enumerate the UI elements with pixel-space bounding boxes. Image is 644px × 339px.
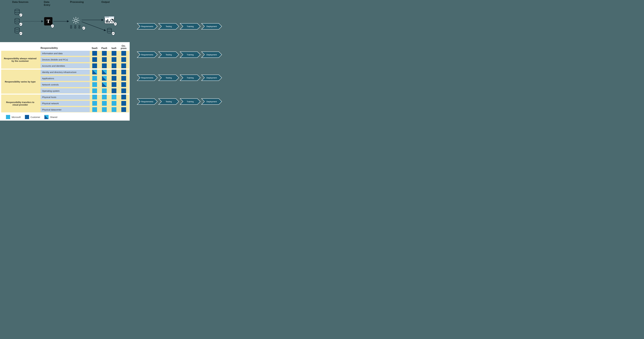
matrix-row-label: Accounts and identities [40, 63, 90, 68]
chevron-step-requirements: Requirements [137, 23, 158, 30]
matrix-cell [100, 63, 109, 68]
matrix-cell [90, 107, 100, 112]
chevron-step-deployment: Deployment [201, 51, 222, 58]
chevron-label: Requirements [137, 23, 158, 30]
matrix-cell-microsoft [92, 88, 97, 93]
chevron-step-training: Training [180, 74, 200, 81]
chevron-label: Testing [158, 51, 179, 58]
matrix-cell [100, 88, 109, 93]
chevron-label: Deployment [201, 74, 222, 81]
matrix-cell-customer [121, 70, 126, 74]
matrix-cell [100, 107, 109, 112]
matrix-legend: Microsoft Customer Shared [6, 115, 57, 119]
matrix-row-label: Information and data [40, 51, 90, 56]
legend-item-microsoft: Microsoft [6, 115, 21, 119]
matrix-cell [119, 94, 128, 100]
matrix-cell-customer [112, 51, 116, 56]
matrix-row: Information and data [40, 50, 128, 56]
col-header-responsibility: Responsibility [40, 47, 90, 49]
chevron-row: Requirements Testing Training Deployment [137, 98, 222, 105]
chevron-step-deployment: Deployment [201, 74, 222, 81]
matrix-cell [109, 76, 119, 81]
matrix-cell [90, 101, 100, 106]
col-header-onprem: On- prem [119, 45, 128, 49]
matrix-cell-microsoft [92, 95, 97, 99]
matrix-cell [100, 94, 109, 100]
col-header-saas: SaaS [90, 47, 100, 49]
chevron-step-testing: Testing [158, 23, 179, 30]
matrix-cell [90, 69, 100, 75]
matrix-cell [90, 63, 100, 68]
matrix-cell-microsoft [92, 107, 97, 112]
matrix-cell [100, 76, 109, 81]
chevron-step-requirements: Requirements [137, 74, 158, 81]
legend-swatch-customer [25, 115, 29, 119]
chevron-label: Testing [158, 23, 179, 30]
chevron-step-deployment: Deployment [201, 23, 222, 30]
flow-arrows [0, 0, 130, 40]
matrix-cell-shared [102, 82, 107, 87]
chevron-step-training: Training [180, 51, 200, 58]
chevron-step-training: Training [180, 23, 200, 30]
matrix-cell [100, 101, 109, 106]
matrix-cell-customer [121, 63, 126, 68]
matrix-row-label: Physical datacenter [40, 107, 90, 112]
chevron-row: Requirements Testing Training Deployment [137, 23, 222, 30]
matrix-cell [119, 63, 128, 68]
matrix-row-label: Network controls [40, 82, 90, 87]
legend-label-shared: Shared [50, 116, 57, 118]
matrix-row-label: Operating system [40, 88, 90, 93]
matrix-row-label: Physical network [40, 101, 90, 106]
matrix-cell [90, 57, 100, 62]
matrix-cell [119, 107, 128, 112]
chevron-label: Training [180, 23, 200, 30]
matrix-band-label: Responsibility always retained by the cu… [1, 51, 39, 69]
chevron-label: Requirements [137, 98, 158, 105]
matrix-cell [109, 82, 119, 87]
chevron-step-deployment: Deployment [201, 98, 222, 105]
matrix-band-label: Responsibility varies by type [1, 69, 39, 94]
matrix-cell [109, 57, 119, 62]
matrix-cell-customer [121, 88, 126, 93]
chevron-label: Training [180, 74, 200, 81]
matrix-row: Physical hosts [40, 94, 128, 100]
legend-label-customer: Customer [30, 116, 40, 118]
chevron-row: Requirements Testing Training Deployment [137, 74, 222, 81]
matrix-row: Physical network [40, 100, 128, 106]
matrix-cell-microsoft [92, 101, 97, 106]
matrix-cell [100, 51, 109, 56]
matrix-cell [119, 51, 128, 56]
matrix-cell [119, 69, 128, 75]
matrix-cell-customer [121, 101, 126, 106]
matrix-row: Network controls [40, 82, 128, 87]
matrix-cell [90, 76, 100, 81]
matrix-cell [109, 51, 119, 56]
chevron-label: Requirements [137, 51, 158, 58]
matrix-cell-customer [92, 63, 97, 68]
chevron-label: Deployment [201, 51, 222, 58]
matrix-row: Operating system [40, 88, 128, 94]
matrix-row-label: Applications [40, 76, 90, 81]
matrix-cell-customer [92, 57, 97, 62]
matrix-cell-microsoft [92, 82, 97, 87]
matrix-cell [109, 63, 119, 68]
matrix-cell-customer [112, 82, 116, 87]
matrix-cell [90, 88, 100, 93]
legend-swatch-shared [44, 115, 48, 119]
matrix-row: Devices (Mobile and PCs) [40, 57, 128, 62]
matrix-cell-shared [102, 70, 107, 74]
matrix-cell-microsoft [102, 95, 107, 99]
shared-responsibility-matrix: Responsibility SaaS PaaS IaaS On- prem R… [0, 42, 130, 121]
data-flow-diagram: Data Sources Data Entry Processing Outpu… [0, 0, 130, 40]
chevron-label: Requirements [137, 74, 158, 81]
matrix-cell-customer [112, 57, 116, 62]
matrix-header: Responsibility SaaS PaaS IaaS On- prem [40, 44, 128, 49]
chevron-step-testing: Testing [158, 74, 179, 81]
matrix-cell [119, 88, 128, 93]
legend-swatch-microsoft [6, 115, 10, 119]
matrix-cell [109, 107, 119, 112]
matrix-cell-customer [92, 51, 97, 56]
matrix-cell [109, 69, 119, 75]
matrix-cell [119, 101, 128, 106]
matrix-row: Applications [40, 75, 128, 81]
